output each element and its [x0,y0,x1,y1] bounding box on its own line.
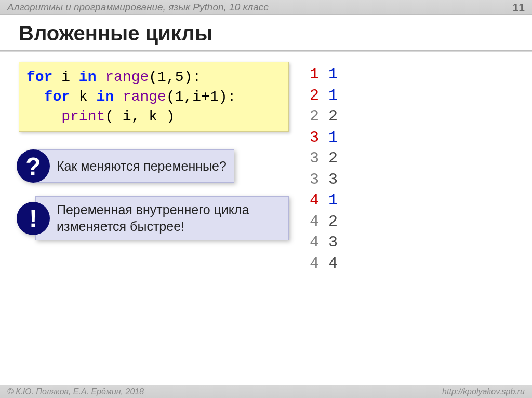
slide-content: Вложенные циклы for i in range(1,5): for… [0,15,532,385]
output-k: 1 [328,65,338,83]
fn-range: range [123,89,166,105]
output-i: 4 [310,234,319,251]
kw-for: for [44,89,70,105]
output-k: 4 [328,255,338,272]
output-row: 1 1 [310,64,338,85]
output-i: 2 [310,107,319,125]
top-bar: Алгоритмы и программирование, язык Pytho… [0,0,532,15]
code-colon: : [228,89,236,105]
exclamation-mark-icon: ! [17,202,50,235]
title-divider [0,50,532,52]
output-k: 2 [328,149,338,167]
output-row: 2 2 [310,106,338,127]
output-i: 3 [310,129,319,146]
program-output: 1 12 12 23 13 23 34 14 24 34 4 [310,62,338,274]
code-var-i: i [61,69,70,85]
output-row: 4 4 [310,253,338,275]
code-args: ( i, k ) [105,108,175,125]
code-args: (1,i+1) [166,89,228,105]
kw-in: in [79,69,97,85]
output-k: 3 [328,171,338,188]
question-mark-icon: ? [17,149,50,183]
callout-answer-text: Переменная внутреннего цикла изменяется … [35,196,289,240]
main-area: for i in range(1,5): for k in range(1,i+… [0,62,532,274]
callout-answer: ! Переменная внутреннего цикла изменяетс… [19,196,289,240]
course-title: Алгоритмы и программирование, язык Pytho… [7,2,269,13]
output-row: 3 2 [310,148,338,169]
output-k: 1 [328,129,338,146]
output-k: 2 [328,213,338,230]
code-box: for i in range(1,5): for k in range(1,i+… [19,62,289,132]
output-row: 4 1 [310,190,338,211]
output-row: 3 1 [310,127,338,148]
code-indent [26,108,61,125]
kw-for: for [26,69,52,85]
left-column: for i in range(1,5): for k in range(1,i+… [19,62,289,254]
output-k: 2 [328,107,338,125]
callout-question: ? Как меняются переменные? [19,149,289,183]
output-k: 1 [328,87,338,104]
footer-url: http://kpolyakov.spb.ru [442,387,525,396]
fn-range: range [105,69,149,85]
code-colon: : [192,69,201,85]
output-i: 3 [310,171,319,188]
output-i: 4 [310,191,319,209]
code-args: (1,5) [149,69,192,85]
output-i: 2 [310,87,319,104]
output-i: 3 [310,149,319,167]
code-indent [26,89,44,105]
callout-question-text: Как меняются переменные? [35,149,234,183]
output-i: 4 [310,213,319,230]
output-i: 4 [310,255,319,272]
output-row: 2 1 [310,85,338,106]
footer-bar: © К.Ю. Поляков, Е.А. Ерёмин, 2018 http:/… [0,385,532,398]
output-i: 1 [310,65,319,83]
output-row: 4 3 [310,232,338,253]
output-row: 3 3 [310,169,338,190]
page-number: 11 [513,1,525,13]
fn-print: print [61,108,105,125]
code-var-k: k [79,89,88,105]
kw-in: in [96,89,114,105]
output-row: 4 2 [310,211,338,232]
slide-title: Вложенные циклы [0,15,532,50]
footer-copyright: © К.Ю. Поляков, Е.А. Ерёмин, 2018 [7,387,144,396]
output-k: 1 [328,191,338,209]
output-k: 3 [328,234,338,251]
